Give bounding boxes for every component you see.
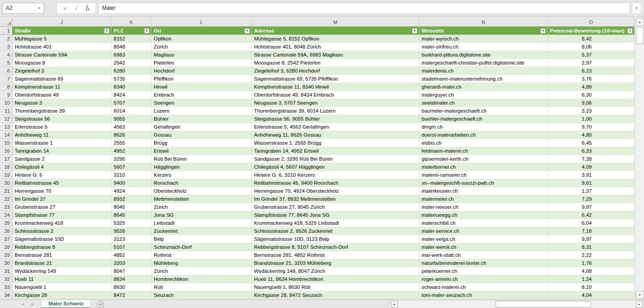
cell[interactable]: 8045 [111, 203, 152, 211]
cell[interactable]: 7,29 [548, 195, 635, 203]
cell[interactable]: stadelmann-malerunternehmung.ch [419, 75, 548, 83]
cell[interactable]: Zuckenriet [152, 227, 252, 235]
cell[interactable]: Sagenmattstrasse 69, 5735 Pfeffikon [252, 75, 419, 83]
cell[interactable]: 3203 [111, 259, 152, 267]
cell[interactable]: 3,91 [548, 171, 635, 179]
cancel-icon[interactable]: × [63, 5, 67, 12]
cell[interactable]: Hintere G. 6 [12, 171, 111, 179]
cell[interactable]: 2555 [111, 139, 152, 147]
row-number[interactable]: 6 [0, 67, 12, 75]
column-letter-J[interactable]: J [12, 18, 111, 27]
sheet-next-icon[interactable]: ► [28, 302, 37, 306]
row-number[interactable]: 2 [0, 35, 12, 43]
cell[interactable]: 8472 [111, 291, 152, 299]
cell[interactable]: 4563 [111, 123, 152, 131]
cell[interactable]: Mühlegasse 5, 8152 Opfikon [252, 35, 419, 43]
hscroll-right-icon[interactable]: ► [636, 301, 643, 308]
cell[interactable]: Pfeffikon [152, 75, 252, 83]
cell[interactable]: Brandstrasse 21 [12, 259, 111, 267]
cell[interactable]: malermeier.ch [419, 195, 548, 203]
cell[interactable]: 9,97 [548, 235, 635, 243]
add-sheet-button[interactable]: + [97, 301, 104, 308]
row-number[interactable]: 14 [0, 131, 12, 139]
cell[interactable]: Anhöheweg 11, 8626 Gossau [252, 131, 419, 139]
row-number[interactable]: 13 [0, 123, 12, 131]
hscroll-left-icon[interactable]: ◄ [391, 301, 398, 308]
cell[interactable]: Herrengasse 70, 4924 Obersteckholz [252, 187, 419, 195]
cell[interactable]: Luzern [152, 107, 252, 115]
cell[interactable]: 6280 [111, 67, 152, 75]
cell[interactable]: Wasserstrasse 1, 2555 Brügg [252, 139, 419, 147]
cell[interactable]: Anhöheweg 11 [12, 131, 111, 139]
cell[interactable]: 5707 [111, 99, 152, 107]
cell[interactable]: Krummackerweg 418, 5325 Leibstadt [252, 219, 419, 227]
cell[interactable]: Erlenstrasse 5, 4563 Gerlafingen [252, 123, 419, 131]
row-number[interactable]: 34 [0, 291, 12, 299]
cell[interactable]: Neugasse 3 [12, 99, 111, 107]
cell[interactable]: 3123 [111, 235, 152, 243]
cell[interactable]: 8048 [111, 43, 152, 51]
cell[interactable]: 1,76 [548, 259, 635, 267]
cell[interactable]: Wasserstrasse 1 [12, 139, 111, 147]
cell[interactable]: Seuzach [152, 291, 252, 299]
cell[interactable]: 8424 [111, 91, 152, 99]
cell[interactable]: 6,42 [548, 211, 635, 219]
cell[interactable]: 5107 [111, 243, 152, 251]
cell[interactable]: Sagenmattstrasse 69 [12, 75, 111, 83]
cell[interactable]: Im Grindel 37, 8932 Mettmenstetten [252, 195, 419, 203]
cell[interactable]: 1,37 [548, 187, 635, 195]
row-number[interactable]: 11 [0, 107, 12, 115]
cell[interactable]: 5607 [111, 163, 152, 171]
cell[interactable]: xn--malergeschft-suozzi-pwb.ch [419, 179, 548, 187]
cell[interactable]: 4,80 [548, 131, 635, 139]
cell[interactable]: duerst-malerarbeiten.ch [419, 131, 548, 139]
cell[interactable]: Thorenbergstrasse 39 [12, 107, 111, 115]
cell[interactable]: Stampfstrasse 77, 8645 Jona SG [252, 211, 419, 219]
cell[interactable]: Hochdorf [152, 67, 252, 75]
cell[interactable]: gherardi-maler.ch [419, 83, 548, 91]
formula-bar-expand-icon[interactable]: ▼ [632, 3, 641, 14]
formula-bar-drag-handle[interactable]: ⋮ [47, 5, 54, 12]
cell[interactable]: Bernstrasse 281 [12, 251, 111, 259]
cell[interactable]: 3,76 [548, 75, 635, 83]
cell[interactable]: Rebbergstrasse 8 [12, 243, 111, 251]
cell[interactable]: Moosgasse 8, 2542 Pieterlen [252, 59, 419, 67]
cell[interactable]: 8152 [111, 35, 152, 43]
row-number[interactable]: 16 [0, 147, 12, 155]
cell[interactable]: naturfarbenmalerei-borter.ch [419, 259, 548, 267]
vertical-scrollbar[interactable]: ▲ ▼ [635, 18, 644, 299]
cell[interactable]: Magliaso [152, 51, 252, 59]
cell[interactable]: gipsermaler-kerth.ch [419, 155, 548, 163]
column-letter-N[interactable]: N [419, 18, 548, 27]
row-number[interactable]: 9 [0, 91, 12, 99]
cell[interactable]: Grubenstrasse 27, 8045 Zürich [252, 203, 419, 211]
cell[interactable]: Kerzers [152, 171, 252, 179]
cell[interactable]: eisbis.ch [419, 139, 548, 147]
row-number[interactable]: 8 [0, 83, 12, 91]
cell[interactable]: dmgm.ch [419, 123, 548, 131]
row-number[interactable]: 30 [0, 259, 12, 267]
cell[interactable]: 8,42 [548, 35, 635, 43]
confirm-icon[interactable]: ✓ [74, 5, 79, 11]
cell[interactable]: Jona SG [152, 211, 252, 219]
cell[interactable]: Steigstrasse 56, 9055 Bühler [252, 115, 419, 123]
cell[interactable]: Chilegässli 4, 5607 Hägglingen [252, 163, 419, 171]
cell[interactable]: 6,30 [548, 91, 635, 99]
row-number[interactable]: 19 [0, 171, 12, 179]
select-all-corner[interactable] [0, 18, 12, 27]
cell[interactable]: roger-amrein.ch [419, 275, 548, 283]
cell[interactable]: 2542 [111, 59, 152, 67]
cell[interactable]: Hueb 11 [12, 275, 111, 283]
insert-function-icon[interactable]: fx [86, 5, 90, 12]
row-number[interactable]: 4 [0, 51, 12, 59]
cell[interactable]: 9,97 [548, 203, 635, 211]
cell[interactable]: Im Grindel 37 [12, 195, 111, 203]
cell[interactable]: malerguyer.ch [419, 91, 548, 99]
cell[interactable]: malerkeusen.ch [419, 187, 548, 195]
cell[interactable]: Kirchgasse 28, 8472 Seuzach [252, 291, 419, 299]
row-number[interactable]: 31 [0, 267, 12, 275]
row-number[interactable]: 10 [0, 99, 12, 107]
cell[interactable]: maler-wernli.ch [419, 243, 548, 251]
row-number[interactable]: 7 [0, 75, 12, 83]
cell[interactable]: Schlossstrasse 2 [12, 227, 111, 235]
